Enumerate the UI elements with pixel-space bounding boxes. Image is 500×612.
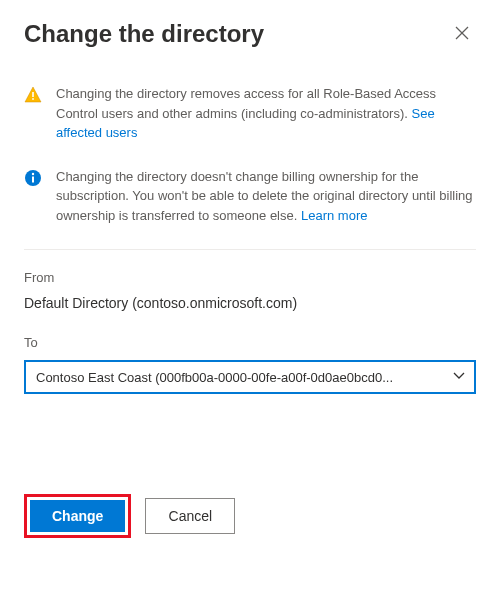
warning-message: Changing the directory removes access fo… [24,84,476,143]
svg-point-6 [32,172,34,174]
change-button-highlight: Change [24,494,131,538]
close-button[interactable] [448,20,476,48]
info-icon [24,169,42,187]
warning-text: Changing the directory removes access fo… [56,84,476,143]
from-label: From [24,270,476,285]
svg-rect-2 [32,92,34,97]
from-value: Default Directory (contoso.onmicrosoft.c… [24,295,476,311]
change-button[interactable]: Change [30,500,125,532]
info-text: Changing the directory doesn't change bi… [56,167,476,226]
info-message: Changing the directory doesn't change bi… [24,167,476,226]
close-icon [455,26,469,43]
svg-rect-3 [32,98,34,100]
divider [24,249,476,250]
dialog-title: Change the directory [24,20,264,48]
to-directory-select[interactable]: Contoso East Coast (000fb00a-0000-00fe-a… [24,360,476,394]
svg-rect-5 [32,176,34,182]
warning-icon [24,86,42,104]
to-label: To [24,335,476,350]
cancel-button[interactable]: Cancel [145,498,235,534]
learn-more-link[interactable]: Learn more [301,208,367,223]
